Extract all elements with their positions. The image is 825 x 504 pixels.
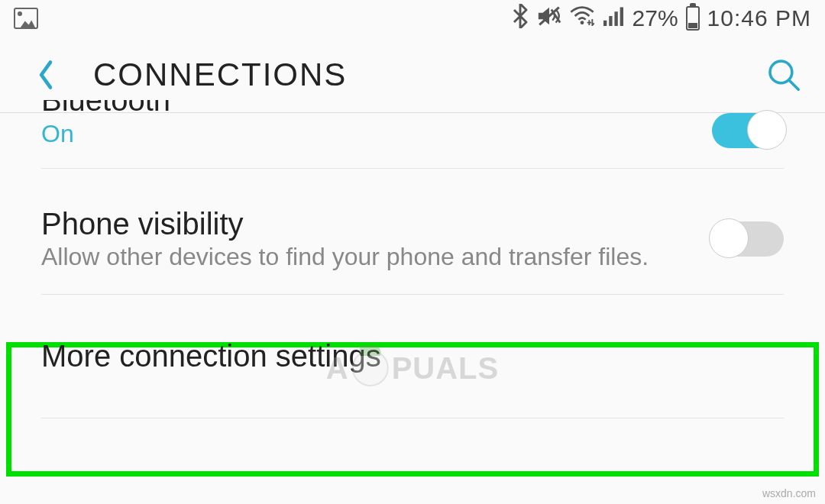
page-title: CONNECTIONS (93, 57, 765, 93)
phone-visibility-toggle[interactable] (712, 221, 784, 257)
signal-icon (602, 6, 625, 31)
screenshot-notification-icon (14, 8, 38, 29)
source-attribution: wsxdn.com (762, 487, 816, 499)
svg-line-8 (789, 80, 798, 89)
bluetooth-toggle[interactable] (712, 113, 784, 148)
status-right: 27% 10:46 PM (512, 4, 811, 34)
back-button[interactable] (37, 60, 55, 90)
search-button[interactable] (765, 57, 802, 93)
status-bar: 27% 10:46 PM (0, 0, 825, 37)
mute-icon (536, 5, 562, 33)
toggle-knob (747, 110, 787, 150)
svg-rect-5 (614, 11, 617, 26)
settings-list: Bluetooth On Phone visibility Allow othe… (0, 113, 825, 440)
setting-bluetooth[interactable]: Bluetooth On (0, 113, 825, 168)
wifi-icon (570, 6, 594, 31)
svg-rect-6 (620, 7, 623, 26)
svg-rect-4 (609, 16, 612, 26)
setting-subtitle: On (41, 120, 712, 148)
setting-title: More connection settings (41, 339, 784, 373)
clock-time: 10:46 PM (707, 5, 811, 31)
setting-subtitle: Allow other devices to find your phone a… (41, 243, 712, 271)
setting-phone-visibility[interactable]: Phone visibility Allow other devices to … (0, 169, 825, 294)
setting-more-connection[interactable]: More connection settings (0, 295, 825, 418)
svg-point-2 (580, 21, 584, 24)
toggle-knob (709, 218, 749, 258)
setting-title: Phone visibility (41, 207, 712, 241)
status-left (14, 8, 38, 29)
bluetooth-status-icon (512, 4, 529, 34)
svg-rect-3 (603, 21, 607, 26)
setting-cutoff (0, 418, 825, 440)
battery-icon (686, 6, 700, 31)
setting-title: Bluetooth (41, 100, 712, 118)
battery-percentage: 27% (632, 5, 678, 31)
